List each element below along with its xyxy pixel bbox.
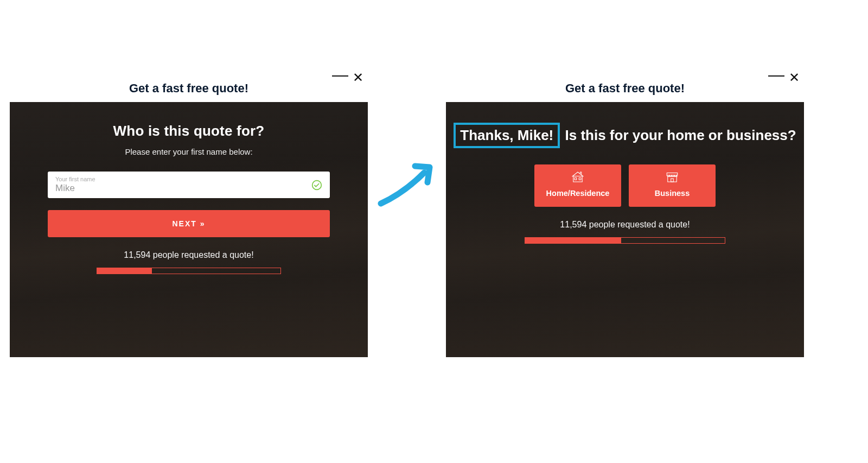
svg-rect-3 [579, 178, 581, 180]
svg-point-0 [312, 180, 322, 189]
window-controls: — ✕ [768, 69, 800, 86]
svg-rect-4 [667, 173, 678, 176]
choice-home-button[interactable]: Home/Residence [534, 164, 621, 207]
modal-title: Get a fast free quote! [446, 81, 804, 96]
valid-check-icon [311, 180, 322, 191]
modal-body: Who is this quote for? Please enter your… [10, 102, 368, 357]
next-button[interactable]: NEXT » [48, 210, 330, 237]
modal-title: Get a fast free quote! [10, 81, 368, 96]
progress-bar-fill [525, 238, 621, 243]
first-name-input[interactable] [55, 183, 322, 194]
modal-body: Thanks, Mike! Is this for your home or b… [446, 102, 804, 357]
storefront-icon [629, 169, 716, 185]
window-close-button[interactable]: ✕ [353, 71, 363, 84]
requested-count-text: 11,594 people requested a quote! [446, 220, 804, 230]
quote-modal-step1: — ✕ Get a fast free quote! Who is this q… [10, 65, 368, 357]
first-name-input-wrap[interactable]: Your first name [48, 172, 330, 198]
first-name-label: Your first name [55, 176, 322, 182]
step-heading: Thanks, Mike! Is this for your home or b… [446, 123, 804, 148]
choice-row: Home/Residence Business [446, 164, 804, 207]
window-close-button[interactable]: ✕ [789, 71, 800, 84]
svg-rect-5 [668, 176, 677, 182]
flow-arrow-icon [374, 152, 439, 217]
progress-bar [97, 268, 281, 274]
window-minimize-button[interactable]: — [768, 67, 783, 83]
progress-bar-fill [97, 268, 152, 274]
house-icon [534, 169, 621, 185]
window-minimize-button[interactable]: — [332, 67, 347, 83]
heading-personalized-highlight: Thanks, Mike! [454, 123, 560, 148]
window-controls: — ✕ [332, 69, 363, 86]
svg-rect-6 [671, 179, 674, 182]
heading-rest: Is this for your home or business? [561, 127, 796, 143]
requested-count-text: 11,594 people requested a quote! [10, 250, 368, 260]
choice-business-button[interactable]: Business [629, 164, 716, 207]
svg-rect-2 [575, 178, 577, 180]
quote-modal-step2: — ✕ Get a fast free quote! Thanks, Mike!… [446, 65, 804, 357]
choice-home-label: Home/Residence [546, 189, 610, 198]
progress-bar [525, 237, 725, 244]
step-subheading: Please enter your first name below: [10, 147, 368, 156]
choice-business-label: Business [655, 189, 690, 198]
step-heading: Who is this quote for? [10, 123, 368, 139]
